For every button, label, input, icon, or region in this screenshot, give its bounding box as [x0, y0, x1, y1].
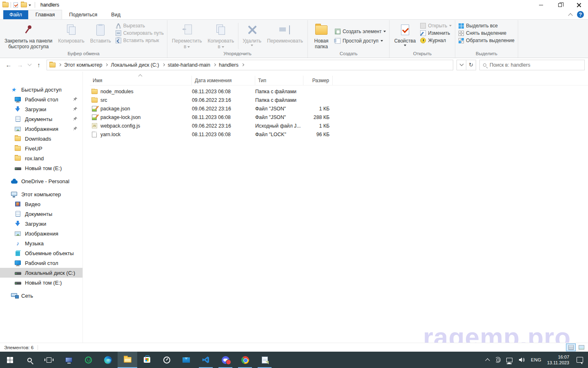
action-center-icon[interactable]	[577, 357, 583, 363]
sidebar-item-onedrive[interactable]: OneDrive - Personal	[0, 176, 82, 186]
sidebar-item-downloads-qa[interactable]: Загрузки	[0, 104, 82, 114]
thumbnails-view-button[interactable]	[577, 343, 586, 351]
sidebar-item-downloads-folder[interactable]: Downloads	[0, 134, 82, 144]
sidebar-item-quick-access[interactable]: ★ Быстрый доступ	[0, 85, 82, 94]
qat-properties-icon[interactable]	[13, 2, 18, 8]
tab-home[interactable]: Главная	[28, 10, 62, 19]
up-button[interactable]: ↑	[33, 60, 44, 70]
breadcrumb-local-disk-c[interactable]: Локальный диск (C:)	[108, 62, 161, 68]
sidebar-item-downloads[interactable]: Загрузки	[0, 219, 82, 229]
paste-shortcut-button[interactable]: Вставить ярлык	[116, 38, 164, 43]
taskbar-notepad[interactable]	[255, 352, 274, 368]
sidebar-item-music[interactable]: ♪ Музыка	[0, 238, 82, 248]
task-view-button[interactable]	[39, 352, 59, 368]
collapse-ribbon-icon[interactable]	[568, 13, 572, 18]
sidebar-item-new-volume-e[interactable]: Новый том (E:)	[0, 278, 82, 287]
easy-access-button[interactable]: Простой доступ	[335, 38, 386, 44]
taskbar-discord[interactable]	[216, 352, 235, 368]
tab-view[interactable]: Вид	[104, 10, 127, 19]
taskbar-driver-booster[interactable]	[157, 352, 176, 368]
history-button[interactable]: Журнал	[420, 38, 452, 43]
taskbar-edge[interactable]	[98, 352, 118, 368]
taskbar-remote-desktop[interactable]	[59, 352, 78, 368]
taskbar-search-button[interactable]	[20, 352, 39, 368]
rename-button[interactable]: Переименовать	[264, 21, 306, 51]
pin-to-quick-access-button[interactable]: Закрепить на панели быстрого доступа	[2, 21, 55, 51]
network-tray-icon[interactable]	[506, 358, 512, 362]
sidebar-item-documents-qa[interactable]: Документы	[0, 114, 82, 124]
sidebar-item-documents[interactable]: Документы	[0, 209, 82, 219]
volume-tray-icon[interactable]	[518, 357, 525, 363]
paste-button[interactable]: Вставить	[87, 21, 114, 51]
hidden-icons-chevron[interactable]	[485, 358, 490, 363]
breadcrumb-handlers[interactable]: handlers	[216, 62, 241, 68]
taskbar-iobit[interactable]	[78, 352, 98, 368]
recent-locations-caret[interactable]	[26, 60, 33, 70]
delete-button[interactable]: Удалить	[240, 21, 264, 51]
file-row-package-json[interactable]: package.json 09.06.2022 23:16 Файл "JSON…	[90, 104, 588, 113]
file-row-package-lock-json[interactable]: package-lock.json 08.11.2023 06:08 Файл …	[90, 113, 588, 121]
qat-newfolder-icon[interactable]	[21, 2, 27, 7]
search-box[interactable]: Поиск в: handlers	[479, 60, 585, 70]
sidebar-item-new-volume-e-qa[interactable]: Новый том (E:)	[0, 163, 82, 173]
sidebar-item-3d-objects[interactable]: Объемные объекты	[0, 248, 82, 258]
clock[interactable]: 16:07 13.11.2023	[547, 354, 569, 366]
breadcrumb-state-harland-main[interactable]: state-harland-main	[165, 62, 213, 68]
properties-button[interactable]: Свойства	[391, 21, 419, 51]
sidebar-item-pictures[interactable]: Изображения	[0, 229, 82, 238]
sidebar-item-fiveup[interactable]: FiveUP	[0, 144, 82, 153]
close-button[interactable]	[569, 0, 588, 10]
address-box[interactable]: Этот компьютер Локальный диск (C:) state…	[47, 60, 453, 70]
sidebar-item-desktop[interactable]: Рабочий стол	[0, 258, 82, 268]
file-row-yarn-lock[interactable]: yarn.lock 08.11.2023 06:08 Файл "LOCK" 9…	[90, 130, 588, 139]
taskbar-vscode[interactable]	[196, 352, 216, 368]
capture-tray-icon[interactable]	[495, 357, 501, 363]
sidebar-item-rox-land[interactable]: rox.land	[0, 153, 82, 163]
chevron-down-icon	[459, 62, 463, 66]
open-button[interactable]: Открыть	[420, 23, 452, 29]
sidebar-item-pictures-qa[interactable]: Изображения	[0, 124, 82, 134]
sidebar-item-network[interactable]: Сеть	[0, 291, 82, 301]
new-folder-button[interactable]: Новая папка	[310, 21, 333, 51]
sidebar-item-desktop-qa[interactable]: Рабочий стол	[0, 94, 82, 104]
onedrive-cloud-icon	[11, 180, 18, 184]
taskbar-chrome[interactable]	[235, 352, 255, 368]
new-item-button[interactable]: Создать элемент	[335, 29, 386, 34]
sidebar-item-videos[interactable]: Видео	[0, 199, 82, 209]
minimize-button[interactable]	[532, 0, 550, 10]
back-button[interactable]: ←	[3, 60, 14, 70]
address-dropdown-button[interactable]	[457, 60, 466, 70]
copy-path-button[interactable]: Скопировать путь	[116, 30, 164, 36]
restore-button[interactable]	[550, 0, 569, 10]
column-header-date[interactable]: Дата изменения	[192, 76, 255, 85]
invert-selection-button[interactable]: Обратить выделение	[459, 38, 514, 43]
qat-customize-caret-icon[interactable]	[29, 4, 31, 6]
language-indicator[interactable]: ENG	[531, 357, 541, 362]
copy-to-button[interactable]: Копировать в	[205, 21, 237, 51]
sidebar-item-local-disk-c[interactable]: Локальный диск (C:)	[0, 268, 82, 278]
sidebar-item-this-pc[interactable]: Этот компьютер	[0, 189, 82, 199]
move-to-button[interactable]: Переместить в	[169, 21, 205, 51]
column-header-name[interactable]: Имя	[90, 76, 192, 85]
column-header-size[interactable]: Размер	[303, 76, 333, 85]
taskbar-file-explorer[interactable]	[118, 352, 137, 368]
file-row-src[interactable]: src 09.06.2022 23:16 Папка с файлами	[90, 96, 588, 104]
copy-button[interactable]: Копировать	[55, 21, 87, 51]
help-button[interactable]: ?	[577, 11, 584, 18]
details-view-button[interactable]	[566, 343, 576, 351]
refresh-button[interactable]: ↻	[466, 60, 476, 70]
file-row-node-modules[interactable]: node_modules 08.11.2023 06:08 Папка с фа…	[90, 87, 588, 96]
file-row-webpack-config-js[interactable]: JSwebpack.config.js 09.06.2022 23:16 Исх…	[90, 121, 588, 130]
column-header-type[interactable]: Тип	[255, 76, 303, 85]
select-none-button[interactable]: Снять выделение	[459, 30, 514, 36]
forward-button[interactable]: →	[15, 60, 25, 70]
taskbar-mail[interactable]	[176, 352, 196, 368]
taskbar-microsoft-store[interactable]	[137, 352, 157, 368]
breadcrumb-this-pc[interactable]: Этот компьютер	[62, 62, 105, 68]
start-button[interactable]	[0, 352, 20, 368]
cut-button[interactable]: Вырезать	[116, 23, 164, 29]
select-all-button[interactable]: Выделить все	[459, 23, 514, 29]
tab-share[interactable]: Поделиться	[62, 10, 104, 19]
tab-file[interactable]: Файл	[3, 10, 28, 19]
edit-button[interactable]: Изменить	[420, 30, 452, 36]
